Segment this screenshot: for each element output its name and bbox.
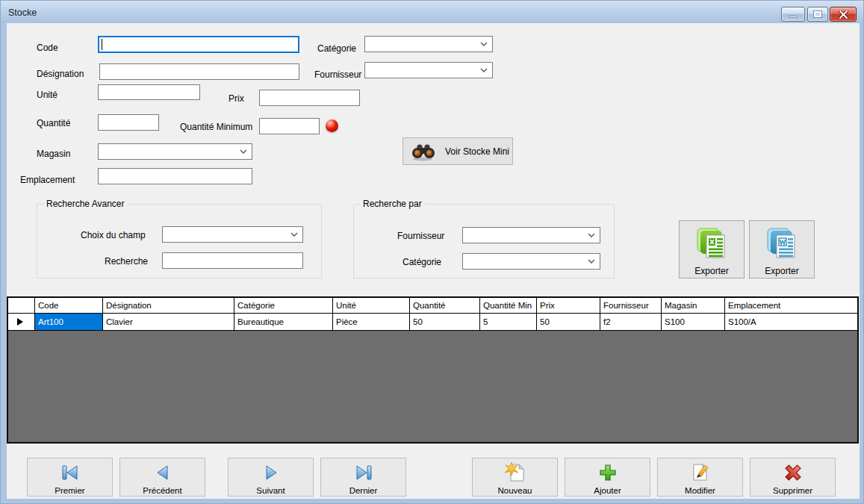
quantite-minimum-label: Quantité Minimum	[180, 122, 252, 132]
delete-cross-icon	[783, 462, 804, 483]
word-icon	[765, 226, 799, 261]
recherche-avancer-title: Recherche Avancer	[43, 199, 128, 209]
dernier-label: Dernier	[349, 486, 378, 495]
maximize-icon	[814, 11, 821, 17]
cell-magasin[interactable]: S100	[662, 314, 725, 331]
maximize-button[interactable]	[807, 7, 828, 22]
cell-quantite-min[interactable]: 5	[480, 314, 537, 331]
chevron-down-icon	[588, 259, 595, 264]
chevron-down-icon	[290, 232, 298, 237]
cell-code[interactable]: Art100	[35, 314, 103, 331]
emplacement-label: Emplacement	[20, 175, 75, 185]
column-header-prix[interactable]: Prix	[537, 298, 600, 314]
cell-designation[interactable]: Clavier	[103, 314, 234, 331]
new-document-icon	[504, 461, 526, 483]
unite-label: Unité	[37, 90, 58, 100]
last-record-icon	[354, 464, 373, 482]
red-indicator-light	[326, 119, 338, 132]
column-header-designation[interactable]: Désignation	[103, 298, 234, 314]
current-row-arrow-icon	[17, 318, 23, 326]
voir-stocke-mini-button[interactable]: Voir Stocke Mini	[403, 137, 513, 165]
chevron-down-icon	[588, 233, 595, 237]
categorie-select[interactable]	[364, 36, 493, 52]
magasin-select[interactable]	[98, 143, 252, 160]
table-corner-header-cell[interactable]	[8, 298, 35, 314]
column-header-quantite-min[interactable]: Quantité Min	[480, 298, 537, 314]
row-selector-cell[interactable]	[8, 314, 35, 331]
first-record-icon	[60, 464, 80, 482]
excel-icon	[694, 226, 729, 261]
modifier-button[interactable]: Modifier	[657, 458, 743, 497]
client-area: Code Catégorie Désignation Fournisseur U…	[7, 23, 860, 499]
close-icon	[839, 10, 848, 19]
precedent-label: Précédent	[143, 486, 181, 495]
recherche-input[interactable]	[162, 252, 303, 269]
cell-fournisseur[interactable]: f2	[600, 314, 662, 331]
previous-record-icon	[154, 464, 172, 482]
choix-du-champ-label: Choix du champ	[81, 230, 146, 240]
minimize-icon	[789, 16, 798, 18]
title-bar[interactable]: Stocke	[1, 1, 864, 23]
column-header-categorie[interactable]: Catégorie	[234, 298, 333, 314]
unite-input[interactable]	[98, 84, 200, 100]
suivant-label: Suivant	[256, 486, 285, 495]
chevron-down-icon	[480, 42, 488, 46]
export-excel-label: Exporter	[694, 266, 728, 276]
cell-prix[interactable]: 50	[537, 314, 600, 331]
column-header-quantite[interactable]: Quantité	[410, 298, 480, 314]
premier-label: Premier	[55, 486, 84, 495]
designation-input[interactable]	[99, 63, 299, 80]
dernier-button[interactable]: Dernier	[320, 458, 406, 497]
magasin-label: Magasin	[37, 149, 70, 159]
recherche-categorie-label: Catégorie	[403, 257, 441, 267]
recherche-label: Recherche	[105, 256, 148, 267]
recherche-par-title: Recherche par	[360, 199, 425, 209]
supprimer-button[interactable]: Supprimer	[750, 458, 836, 497]
column-header-fournisseur[interactable]: Fournisseur	[600, 298, 662, 314]
fournisseur-select[interactable]	[364, 62, 493, 78]
cell-categorie[interactable]: Bureautique	[234, 314, 333, 331]
column-header-magasin[interactable]: Magasin	[662, 298, 725, 314]
ajouter-label: Ajouter	[594, 486, 621, 495]
ajouter-button[interactable]: Ajouter	[565, 458, 650, 497]
column-header-emplacement[interactable]: Emplacement	[725, 298, 857, 314]
recherche-fournisseur-label: Fournisseur	[397, 231, 444, 241]
modifier-label: Modifier	[685, 486, 715, 495]
export-excel-button[interactable]: Exporter	[679, 220, 745, 279]
precedent-button[interactable]: Précédent	[119, 458, 205, 497]
recherche-categorie-select[interactable]	[462, 253, 600, 270]
cell-unite[interactable]: Pièce	[333, 314, 410, 331]
column-header-code[interactable]: Code	[35, 298, 103, 314]
window-title: Stocke	[8, 7, 37, 18]
designation-label: Désignation	[37, 69, 84, 79]
recherche-par-groupbox: Recherche par Fournisseur Catégorie	[353, 204, 615, 279]
edit-pencil-icon	[689, 461, 712, 483]
code-label: Code	[37, 43, 58, 53]
quantite-input[interactable]	[98, 114, 159, 131]
prix-label: Prix	[229, 93, 244, 104]
close-button[interactable]	[830, 7, 857, 22]
next-record-icon	[262, 464, 280, 482]
stocke-window: { "window": { "title": "Stocke", "contro…	[0, 0, 864, 504]
column-header-unite[interactable]: Unité	[333, 298, 410, 314]
categorie-label: Catégorie	[317, 43, 356, 54]
fournisseur-label: Fournisseur	[314, 69, 361, 80]
export-word-label: Exporter	[765, 266, 798, 276]
quantite-minimum-input[interactable]	[259, 118, 320, 134]
minimize-button[interactable]	[781, 7, 805, 22]
nouveau-label: Nouveau	[497, 486, 532, 495]
export-word-button[interactable]: Exporter	[749, 220, 815, 279]
code-input[interactable]	[98, 36, 299, 53]
premier-button[interactable]: Premier	[27, 458, 113, 497]
nouveau-button[interactable]: Nouveau	[472, 458, 558, 497]
stock-table: Code Désignation Catégorie Unité Quantit…	[7, 296, 859, 444]
emplacement-input[interactable]	[98, 168, 252, 184]
suivant-button[interactable]: Suivant	[228, 458, 314, 497]
cell-emplacement[interactable]: S100/A	[725, 314, 857, 331]
cell-quantite[interactable]: 50	[410, 314, 480, 331]
chevron-down-icon	[480, 68, 488, 72]
prix-input[interactable]	[259, 90, 360, 106]
recherche-fournisseur-select[interactable]	[462, 227, 600, 243]
choix-du-champ-select[interactable]	[162, 226, 303, 243]
recherche-avancer-groupbox: Recherche Avancer Choix du champ Recherc…	[37, 204, 322, 279]
